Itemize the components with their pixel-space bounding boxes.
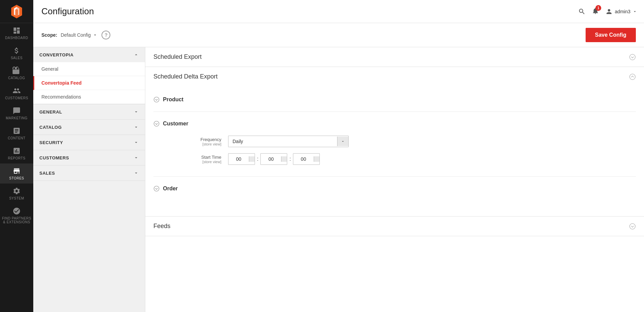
dashboard-icon xyxy=(13,27,21,35)
nav-section-customers-header[interactable]: CUSTOMERS xyxy=(33,150,145,165)
subsection-product: Product xyxy=(153,93,636,112)
chevron-down-icon-general xyxy=(133,109,139,115)
save-config-button[interactable]: Save Config xyxy=(586,28,636,42)
subsection-product-title: Product xyxy=(163,97,183,103)
sidebar-item-marketing-label: MARKETING xyxy=(6,116,27,120)
reports-icon xyxy=(13,147,21,155)
section-scheduled-delta-export-body: Product Customer xyxy=(145,86,644,216)
frequency-select[interactable]: Daily Weekly Monthly xyxy=(228,136,337,147)
search-button[interactable] xyxy=(578,8,586,15)
sales-icon xyxy=(13,47,21,55)
sidebar-item-reports-label: REPORTS xyxy=(8,156,25,160)
nav-section-sales-header[interactable]: SALES xyxy=(33,166,145,180)
nav-section-general-label: GENERAL xyxy=(39,109,62,115)
start-time-sublabel: [store view] xyxy=(167,160,221,164)
section-scheduled-delta-export-header[interactable]: Scheduled Delta Export xyxy=(145,67,644,86)
circle-chevron-up-icon xyxy=(629,73,636,80)
chevron-down-icon-security xyxy=(133,140,139,145)
nav-section-convertopia-label: CONVERTOPIA xyxy=(39,52,74,57)
subsection-customer-header[interactable]: Customer xyxy=(153,117,636,130)
nav-item-recommendations[interactable]: Recommendations xyxy=(33,90,145,104)
chevron-up-icon xyxy=(133,52,139,57)
section-feeds-title: Feeds xyxy=(153,223,170,230)
left-nav: CONVERTOPIA General Convertopia Feed Rec… xyxy=(33,47,145,312)
notification-button[interactable]: 1 xyxy=(592,7,599,16)
minutes-input[interactable] xyxy=(261,154,281,164)
sidebar-item-catalog[interactable]: CATALOG xyxy=(0,63,33,83)
svg-point-5 xyxy=(154,121,159,126)
admin-user-menu[interactable]: admin3 xyxy=(605,8,637,15)
sidebar-item-marketing[interactable]: MARKETING xyxy=(0,103,33,123)
content-icon xyxy=(13,127,21,135)
sidebar-item-catalog-label: CATALOG xyxy=(8,76,25,80)
subsection-product-header[interactable]: Product xyxy=(153,93,636,106)
config-content: Scheduled Export Scheduled Delta Export xyxy=(145,47,644,312)
sidebar-item-dashboard[interactable]: DASHBOARD xyxy=(0,23,33,43)
frequency-select-wrapper: Daily Weekly Monthly xyxy=(228,136,349,147)
svg-point-6 xyxy=(154,186,159,191)
frequency-sublabel: [store view] xyxy=(167,142,221,146)
scope-select[interactable]: Default Config xyxy=(61,32,98,38)
minutes-arrow[interactable] xyxy=(281,156,287,162)
help-button[interactable]: ? xyxy=(102,31,110,39)
form-row-start-time: Start Time [store view] xyxy=(167,153,636,165)
chevron-down-icon-customers xyxy=(133,155,139,160)
nav-item-convertopia-feed[interactable]: Convertopia Feed xyxy=(33,76,145,90)
sidebar-item-stores[interactable]: STORES xyxy=(0,163,33,184)
sidebar-item-sales[interactable]: SALES xyxy=(0,43,33,63)
nav-section-security-header[interactable]: SECURITY xyxy=(33,135,145,150)
nav-section-general: GENERAL xyxy=(33,104,145,120)
topbar-actions: 1 admin3 xyxy=(578,7,637,16)
form-row-frequency: Frequency [store view] Daily Weekly Mont… xyxy=(167,136,636,147)
section-feeds-header[interactable]: Feeds xyxy=(145,216,644,236)
logo[interactable] xyxy=(0,0,33,23)
section-scheduled-export-header[interactable]: Scheduled Export xyxy=(145,47,644,67)
section-feeds: Feeds xyxy=(145,216,644,236)
subsection-customer-body: Frequency [store view] Daily Weekly Mont… xyxy=(153,130,636,165)
nav-section-catalog-header[interactable]: CATALOG xyxy=(33,120,145,135)
nav-section-convertopia-items: General Convertopia Feed Recommendations xyxy=(33,62,145,104)
topbar: Configuration 1 admin3 xyxy=(33,0,644,23)
start-time-control: : : xyxy=(228,153,320,165)
svg-point-7 xyxy=(630,223,636,229)
nav-section-customers: CUSTOMERS xyxy=(33,150,145,166)
sidebar-item-find-partners[interactable]: FIND PARTNERS & EXTENSIONS xyxy=(0,204,33,227)
frequency-select-arrow[interactable] xyxy=(337,137,348,146)
nav-section-general-header[interactable]: GENERAL xyxy=(33,104,145,119)
nav-item-general[interactable]: General xyxy=(33,62,145,76)
section-scheduled-delta-export: Scheduled Delta Export xyxy=(145,67,644,216)
dropdown-arrow-icon xyxy=(341,139,345,143)
svg-point-3 xyxy=(630,74,636,80)
chevron-down-icon-sales xyxy=(133,170,139,176)
seconds-arrow[interactable] xyxy=(314,156,319,162)
admin-username: admin3 xyxy=(615,9,630,14)
sidebar-item-stores-label: STORES xyxy=(9,176,24,180)
seconds-input[interactable] xyxy=(293,154,314,164)
svg-point-2 xyxy=(630,54,636,60)
subsection-order-title: Order xyxy=(163,186,178,192)
subsection-customer: Customer Frequency [store view] xyxy=(153,117,636,177)
sidebar-item-customers[interactable]: CUSTOMERS xyxy=(0,83,33,103)
circle-chevron-down-order-icon xyxy=(153,186,160,192)
search-icon xyxy=(578,8,586,15)
subsection-order: Order xyxy=(153,182,636,201)
sidebar-item-customers-label: CUSTOMERS xyxy=(5,96,28,100)
sidebar-item-reports[interactable]: REPORTS xyxy=(0,143,33,163)
magento-logo-icon xyxy=(9,4,24,19)
chevron-down-icon xyxy=(632,9,637,14)
nav-section-convertopia-header[interactable]: CONVERTOPIA xyxy=(33,47,145,62)
sidebar-item-system[interactable]: SYSTEM xyxy=(0,184,33,204)
page-title: Configuration xyxy=(41,6,578,17)
sidebar-item-content[interactable]: CONTENT xyxy=(0,123,33,143)
nav-section-catalog: CATALOG xyxy=(33,120,145,135)
nav-section-security: SECURITY xyxy=(33,135,145,150)
nav-section-catalog-label: CATALOG xyxy=(39,125,62,130)
sidebar: DASHBOARD SALES CATALOG CUSTOMERS MARKET… xyxy=(0,0,33,312)
hours-arrow[interactable] xyxy=(249,156,255,162)
partners-icon xyxy=(13,207,21,215)
subsection-customer-title: Customer xyxy=(163,121,188,127)
hours-input[interactable] xyxy=(228,154,249,164)
subsection-order-header[interactable]: Order xyxy=(153,182,636,195)
main-container: Configuration 1 admin3 Scope: Default Co… xyxy=(33,0,644,312)
user-icon xyxy=(605,8,613,15)
